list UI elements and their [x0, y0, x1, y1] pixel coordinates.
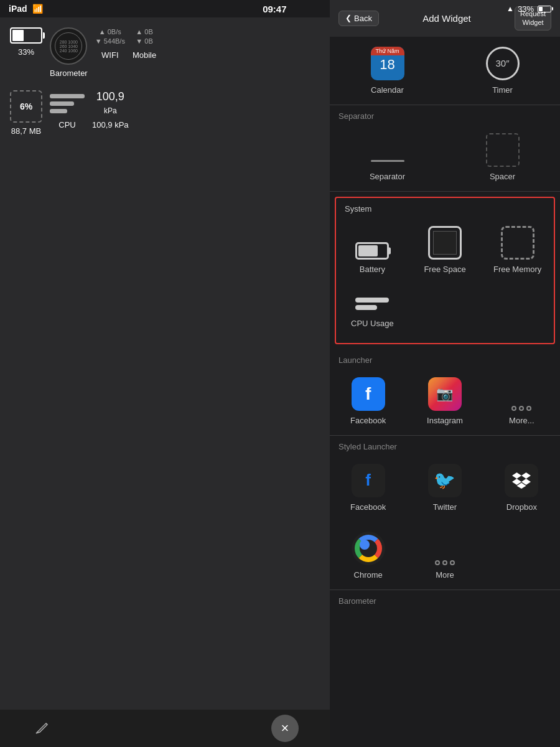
widget-memory: 6% 88,7 MB [10, 90, 42, 136]
twitter-styled-label: Twitter [433, 502, 457, 512]
free-memory-icon [501, 226, 534, 260]
wifi-icon: 📶 [32, 4, 43, 14]
battery-percent: 33% [518, 4, 534, 14]
svg-marker-0 [512, 472, 521, 479]
spacer-widget[interactable]: Spacer [445, 123, 560, 191]
chrome-styled-label: Chrome [354, 570, 383, 580]
separator-icon [371, 160, 404, 162]
timer-display: 30″ [496, 58, 510, 68]
dropbox-styled-widget[interactable]: Dropbox [483, 454, 560, 522]
separator-widgets-row: Separator Spacer [330, 123, 560, 191]
instagram-launcher-widget[interactable]: 📷 Instagram [406, 367, 483, 435]
barometer-label: Barometer [50, 68, 88, 78]
more-styled-label: More [436, 570, 454, 580]
system-section-label: System [336, 198, 554, 216]
separator-widget[interactable]: Separator [330, 123, 445, 191]
free-space-icon [428, 226, 462, 260]
more-sm-dots-icon [435, 560, 455, 565]
barometer-gauge-icon: 280 1000260 1040240 1060 [50, 27, 87, 65]
barometer-section-label: Barometer [330, 590, 560, 608]
free-space-widget[interactable]: Free Space [409, 216, 482, 284]
facebook-styled-label: Facebook [350, 502, 386, 512]
featured-widgets-row: Thứ Năm 18 Calendar 30″ Timer [330, 37, 560, 105]
separator-section-label: Separator [330, 105, 560, 123]
dropbox-icon [505, 464, 538, 497]
widget-mobile: ▲ 0B ▼ 0B Mobile [133, 27, 156, 78]
widget-row-2: 6% 88,7 MB CPU 100,9kPa 100,9 kPa [10, 90, 320, 136]
styled-launcher-row-2: Chrome More [330, 522, 560, 590]
system-section: System Battery Free Space Free Memory [335, 197, 555, 344]
chrome-icon [352, 532, 385, 565]
left-widget-panel: 33% 280 1000260 1040240 1060 Barometer ▲… [0, 17, 330, 747]
more-launcher-widget[interactable]: More... [483, 367, 560, 435]
instagram-launcher-label: Instagram [427, 416, 463, 425]
widget-wifi: ▲ 0B/s ▼ 544B/s WIFI [95, 27, 125, 78]
system-widgets-row-1: Battery Free Space Free Memory [336, 216, 554, 284]
close-button[interactable]: × [271, 715, 299, 742]
facebook-launcher-label: Facebook [350, 416, 386, 425]
barometer-val-label: 100,9 kPa [92, 120, 129, 129]
twitter-styled-widget[interactable]: 🐦 Twitter [406, 454, 483, 522]
barometer-value: 100,9kPa [96, 90, 124, 116]
cpu-usage-icon [355, 294, 389, 314]
spacer-icon [486, 133, 520, 167]
dropbox-styled-label: Dropbox [506, 502, 537, 512]
widget-row-1: 33% 280 1000260 1040240 1060 Barometer ▲… [10, 27, 320, 78]
edit-icon[interactable] [31, 717, 54, 740]
calendar-label: Calendar [371, 85, 404, 95]
more-styled-widget[interactable]: More [406, 522, 483, 590]
battery-indicator [538, 6, 551, 12]
battery-label: 33% [18, 47, 34, 57]
memory-box-icon: 6% [10, 90, 42, 123]
svg-marker-1 [521, 472, 531, 479]
more-launcher-label: More... [509, 416, 534, 425]
cpu-usage-label: CPU Usage [351, 319, 394, 328]
timer-label: Timer [492, 85, 513, 95]
close-icon: × [281, 720, 289, 736]
styled-launcher-row-1: f Facebook 🐦 Twitter Dropbox [330, 454, 560, 522]
separator-label: Separator [370, 172, 405, 181]
calendar-day-name: Thứ Năm [371, 47, 404, 55]
time-display: 09:47 [263, 4, 286, 14]
battery-icon [10, 27, 42, 44]
chrome-styled-widget[interactable]: Chrome [330, 522, 406, 590]
calendar-icon: Thứ Năm 18 [371, 47, 404, 80]
facebook-app-icon: f [352, 377, 385, 411]
wifi-label: WIFI [101, 50, 118, 60]
free-space-label: Free Space [424, 265, 465, 274]
launcher-widgets-row: f Facebook 📷 Instagram More... [330, 367, 560, 435]
battery-widget-icon [355, 242, 389, 260]
memory-label: 88,7 MB [11, 126, 41, 136]
widget-battery: 33% [10, 27, 42, 78]
status-bar: iPad 📶 09:47 ▲ 33% [0, 0, 560, 17]
cpu-usage-widget[interactable]: CPU Usage [336, 284, 409, 338]
widget-cpu: CPU [50, 90, 85, 136]
free-memory-widget[interactable]: Free Memory [481, 216, 554, 284]
mobile-values: ▲ 0B ▼ 0B [136, 27, 152, 47]
timer-icon: 30″ [486, 47, 520, 80]
spacer-label: Spacer [490, 172, 515, 181]
facebook-launcher-widget[interactable]: f Facebook [330, 367, 406, 435]
right-panel[interactable]: ❮ Back Add Widget RequestWidget Thứ Năm … [330, 0, 560, 747]
device-label: iPad [9, 4, 27, 14]
facebook-mono-icon: f [352, 464, 385, 497]
more-dots-icon [511, 406, 531, 411]
facebook-styled-widget[interactable]: f Facebook [330, 454, 406, 522]
widget-barometer-val: 100,9kPa 100,9 kPa [92, 90, 129, 136]
calendar-widget[interactable]: Thứ Năm 18 Calendar [330, 37, 445, 105]
mobile-label: Mobile [133, 50, 156, 60]
location-icon: ▲ [506, 4, 514, 13]
battery-system-label: Battery [360, 265, 385, 274]
bottom-toolbar: × [0, 710, 330, 747]
cpu-icon [50, 90, 85, 116]
system-widgets-row-2: CPU Usage [336, 284, 554, 338]
calendar-day-number: 18 [380, 57, 394, 73]
launcher-section-label: Launcher [330, 349, 560, 367]
twitter-icon: 🐦 [428, 464, 462, 497]
battery-system-widget[interactable]: Battery [336, 216, 409, 284]
timer-widget[interactable]: 30″ Timer [445, 37, 560, 105]
divider-2 [330, 191, 560, 192]
widget-barometer: 280 1000260 1040240 1060 Barometer [50, 27, 88, 78]
styled-launcher-label: Styled Launcher [330, 436, 560, 454]
wifi-values: ▲ 0B/s ▼ 544B/s [95, 27, 125, 47]
